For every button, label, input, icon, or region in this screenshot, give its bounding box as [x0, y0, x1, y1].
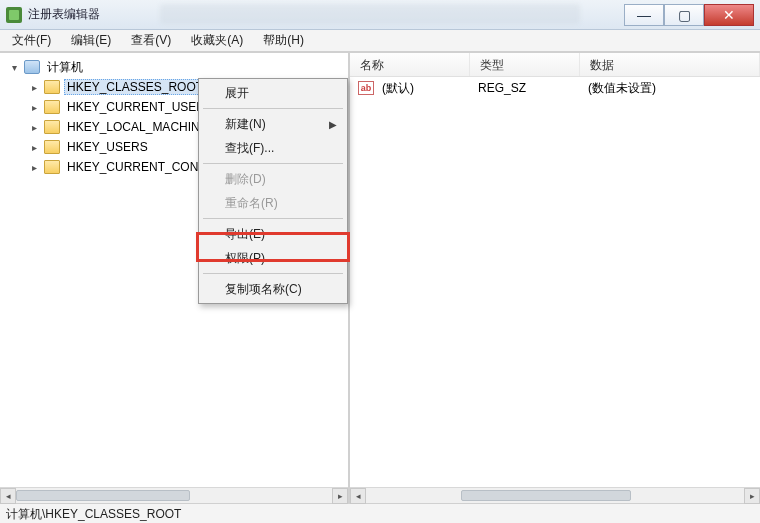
folder-icon: [44, 160, 60, 174]
twisty-icon[interactable]: [28, 81, 40, 93]
column-name[interactable]: 名称: [350, 53, 470, 76]
ctx-export[interactable]: 导出(E): [201, 222, 345, 246]
main-split: 计算机 HKEY_CLASSES_ROOT HKEY_CURRENT_USER …: [0, 52, 760, 503]
twisty-icon[interactable]: [28, 161, 40, 173]
maximize-button[interactable]: ▢: [664, 4, 704, 26]
value-type: REG_SZ: [478, 81, 588, 95]
context-menu: 展开 新建(N) 查找(F)... 删除(D) 重命名(R) 导出(E) 权限(…: [198, 78, 348, 304]
separator: [203, 163, 343, 164]
ctx-copy-key-name[interactable]: 复制项名称(C): [201, 277, 345, 301]
string-value-icon: ab: [358, 81, 374, 95]
window-controls: — ▢ ✕: [624, 4, 754, 26]
menu-file[interactable]: 文件(F): [4, 30, 59, 51]
computer-icon: [24, 60, 40, 74]
scroll-thumb[interactable]: [16, 490, 190, 501]
list-header: 名称 类型 数据: [350, 53, 760, 77]
column-data[interactable]: 数据: [580, 53, 760, 76]
tree-root-computer[interactable]: 计算机: [4, 57, 348, 77]
tree-label: HKEY_CLASSES_ROOT: [64, 79, 206, 95]
values-pane: 名称 类型 数据 ab (默认) REG_SZ (数值未设置) ◂ ▸: [350, 53, 760, 503]
separator: [203, 273, 343, 274]
minimize-button[interactable]: —: [624, 4, 664, 26]
status-path: 计算机\HKEY_CLASSES_ROOT: [6, 507, 181, 521]
ctx-permissions[interactable]: 权限(P)...: [201, 246, 345, 270]
twisty-icon[interactable]: [28, 101, 40, 113]
scroll-track[interactable]: [16, 490, 332, 501]
value-name: (默认): [382, 80, 478, 97]
status-bar: 计算机\HKEY_CLASSES_ROOT: [0, 503, 760, 523]
menu-help[interactable]: 帮助(H): [255, 30, 312, 51]
ctx-find[interactable]: 查找(F)...: [201, 136, 345, 160]
value-data: (数值未设置): [588, 80, 760, 97]
ctx-delete: 删除(D): [201, 167, 345, 191]
ctx-expand[interactable]: 展开: [201, 81, 345, 105]
twisty-icon[interactable]: [28, 141, 40, 153]
decorative-blur: [160, 4, 580, 24]
value-row[interactable]: ab (默认) REG_SZ (数值未设置): [350, 77, 760, 99]
scroll-left-button[interactable]: ◂: [350, 488, 366, 504]
tree-label: 计算机: [44, 58, 86, 77]
scroll-right-button[interactable]: ▸: [744, 488, 760, 504]
folder-icon: [44, 100, 60, 114]
regedit-icon: [6, 7, 22, 23]
column-type[interactable]: 类型: [470, 53, 580, 76]
tree-label: HKEY_CURRENT_USER: [64, 99, 208, 115]
menu-view[interactable]: 查看(V): [123, 30, 179, 51]
ctx-rename: 重命名(R): [201, 191, 345, 215]
menu-edit[interactable]: 编辑(E): [63, 30, 119, 51]
close-button[interactable]: ✕: [704, 4, 754, 26]
folder-icon: [44, 140, 60, 154]
scroll-right-button[interactable]: ▸: [332, 488, 348, 504]
tree-label: HKEY_LOCAL_MACHINE: [64, 119, 211, 135]
menu-favorites[interactable]: 收藏夹(A): [183, 30, 251, 51]
separator: [203, 108, 343, 109]
folder-icon: [44, 80, 60, 94]
scroll-thumb[interactable]: [461, 490, 631, 501]
window-title: 注册表编辑器: [28, 6, 100, 23]
ctx-new[interactable]: 新建(N): [201, 112, 345, 136]
title-bar: 注册表编辑器 — ▢ ✕: [0, 0, 760, 30]
twisty-icon[interactable]: [8, 61, 20, 73]
menu-bar: 文件(F) 编辑(E) 查看(V) 收藏夹(A) 帮助(H): [0, 30, 760, 52]
separator: [203, 218, 343, 219]
twisty-icon[interactable]: [28, 121, 40, 133]
scroll-left-button[interactable]: ◂: [0, 488, 16, 504]
tree-horizontal-scrollbar[interactable]: ◂ ▸: [0, 487, 348, 503]
folder-icon: [44, 120, 60, 134]
tree-label: HKEY_USERS: [64, 139, 151, 155]
scroll-track[interactable]: [366, 490, 744, 501]
list-horizontal-scrollbar[interactable]: ◂ ▸: [350, 487, 760, 503]
